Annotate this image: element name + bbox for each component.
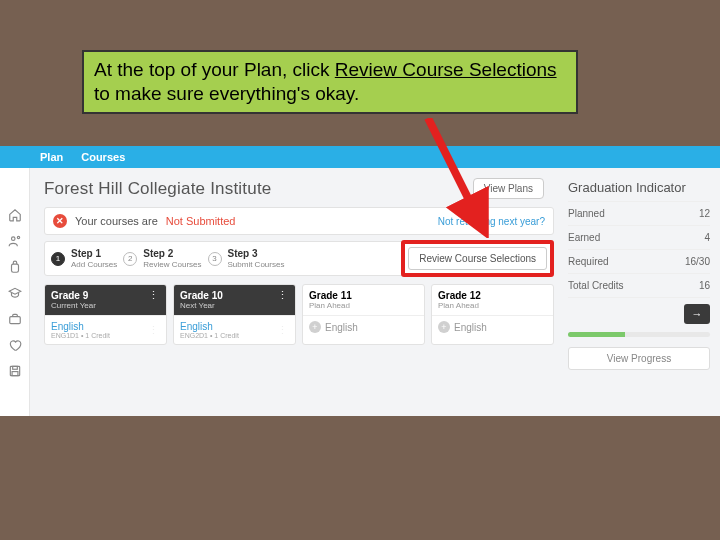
- grade-9-column: Grade 9 Current Year ⋮ English ENG1D1 • …: [44, 284, 167, 345]
- grade-12-column: Grade 12 Plan Ahead + English: [431, 284, 554, 345]
- grade-11-sub: Plan Ahead: [309, 301, 352, 310]
- svg-rect-5: [9, 317, 20, 324]
- tab-courses[interactable]: Courses: [81, 151, 125, 163]
- grade-columns: Grade 9 Current Year ⋮ English ENG1D1 • …: [44, 284, 554, 345]
- callout-prefix: At the top of your Plan, click: [94, 59, 335, 80]
- step-1-label: Step 1: [71, 248, 117, 259]
- instruction-callout: At the top of your Plan, click Review Co…: [82, 50, 578, 114]
- backpack-icon[interactable]: [8, 260, 22, 274]
- step-3-label: Step 3: [228, 248, 285, 259]
- indicator-row-planned: Planned 12: [568, 201, 710, 225]
- steps-row: 1 Step 1 Add Courses 2 Step 2 Review Cou…: [44, 241, 554, 276]
- plus-icon: +: [309, 321, 321, 333]
- grade-10-course[interactable]: English: [180, 321, 239, 332]
- grade-9-code: ENG1D1 • 1 Credit: [51, 332, 110, 339]
- grade-11-course: English: [325, 322, 358, 333]
- school-name: Forest Hill Collegiate Institute: [44, 179, 272, 199]
- indicator-label: Earned: [568, 232, 600, 243]
- status-prefix: Your courses are: [75, 215, 158, 227]
- indicator-label: Required: [568, 256, 609, 267]
- svg-rect-4: [11, 264, 18, 272]
- grade-9-title: Grade 9: [51, 290, 96, 301]
- callout-suffix: to make sure everything's okay.: [94, 83, 359, 104]
- left-sidebar: [0, 168, 30, 416]
- view-progress-button[interactable]: View Progress: [568, 347, 710, 370]
- indicator-row-total: Total Credits 16: [568, 273, 710, 297]
- tab-plan[interactable]: Plan: [40, 151, 63, 163]
- grade-10-column: Grade 10 Next Year ⋮ English ENG2D1 • 1 …: [173, 284, 296, 345]
- next-arrow-button[interactable]: →: [684, 304, 710, 324]
- grade-10-code: ENG2D1 • 1 Credit: [180, 332, 239, 339]
- grade-12-course: English: [454, 322, 487, 333]
- grad-cap-icon[interactable]: [8, 286, 22, 300]
- grade-11-add[interactable]: + English: [303, 315, 424, 338]
- more-icon[interactable]: ⋮: [277, 290, 289, 301]
- top-nav: Plan Courses: [0, 146, 720, 168]
- step-3-badge: 3: [208, 252, 222, 266]
- indicator-label: Planned: [568, 208, 605, 219]
- indicator-value: 12: [699, 208, 710, 219]
- heart-icon[interactable]: [8, 338, 22, 352]
- pointer-arrow: [418, 118, 518, 238]
- review-course-selections-button[interactable]: Review Course Selections: [408, 247, 547, 270]
- plus-icon: +: [438, 321, 450, 333]
- indicator-row-required: Required 16/30: [568, 249, 710, 273]
- more-icon[interactable]: ⋮: [277, 325, 289, 336]
- indicator-value: 4: [704, 232, 710, 243]
- svg-line-1: [428, 118, 478, 218]
- briefcase-icon[interactable]: [8, 312, 22, 326]
- indicator-label: Total Credits: [568, 280, 624, 291]
- people-icon[interactable]: [8, 234, 22, 248]
- save-icon[interactable]: [8, 364, 22, 378]
- indicator-row-earned: Earned 4: [568, 225, 710, 249]
- grade-10-title: Grade 10: [180, 290, 223, 301]
- error-icon: ✕: [53, 214, 67, 228]
- status-value: Not Submitted: [166, 215, 236, 227]
- indicator-value: 16/30: [685, 256, 710, 267]
- step-2-sub: Review Courses: [143, 260, 201, 269]
- step-1-sub: Add Courses: [71, 260, 117, 269]
- grade-11-title: Grade 11: [309, 290, 352, 301]
- grade-12-title: Grade 12: [438, 290, 481, 301]
- home-icon[interactable]: [8, 208, 22, 222]
- step-3-sub: Submit Courses: [228, 260, 285, 269]
- callout-emph: Review Course Selections: [335, 59, 557, 80]
- grade-12-add[interactable]: + English: [432, 315, 553, 338]
- grade-9-sub: Current Year: [51, 301, 96, 310]
- svg-rect-7: [12, 366, 17, 369]
- svg-point-3: [17, 236, 19, 238]
- progress-bar: [568, 332, 710, 337]
- graduation-indicator-panel: Graduation Indicator Planned 12 Earned 4…: [568, 178, 720, 416]
- grade-10-sub: Next Year: [180, 301, 223, 310]
- more-icon[interactable]: ⋮: [148, 290, 160, 301]
- svg-point-2: [11, 237, 15, 241]
- grade-9-course[interactable]: English: [51, 321, 110, 332]
- step-2-label: Step 2: [143, 248, 201, 259]
- grade-12-sub: Plan Ahead: [438, 301, 481, 310]
- step-2-badge: 2: [123, 252, 137, 266]
- app-window: Plan Courses Forest Hill Collegiate Inst…: [0, 146, 720, 416]
- indicator-title: Graduation Indicator: [568, 180, 710, 195]
- more-icon[interactable]: ⋮: [148, 325, 160, 336]
- step-1-badge: 1: [51, 252, 65, 266]
- indicator-value: 16: [699, 280, 710, 291]
- grade-11-column: Grade 11 Plan Ahead + English: [302, 284, 425, 345]
- svg-rect-8: [12, 372, 18, 376]
